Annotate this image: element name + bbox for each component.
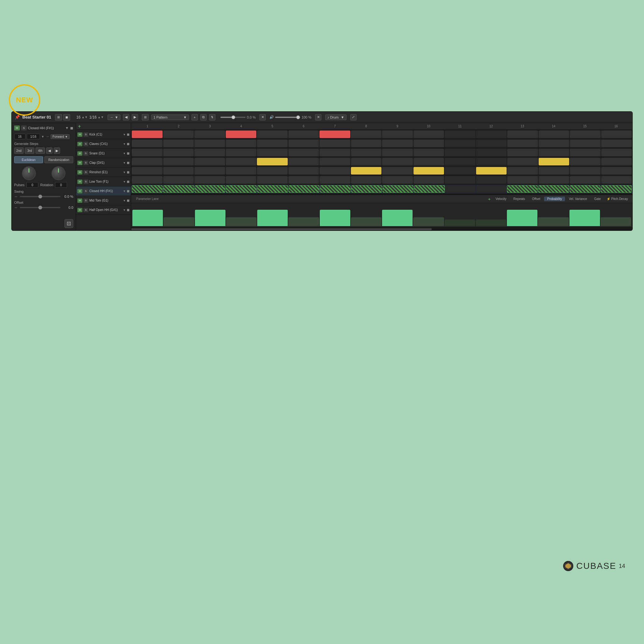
- kick-step-7[interactable]: [319, 130, 350, 138]
- direction-btn[interactable]: Forward ▼: [51, 134, 69, 139]
- closedhh-solo[interactable]: S: [83, 189, 88, 193]
- bottom-scrollbar[interactable]: [131, 227, 632, 230]
- kick-step-12[interactable]: [476, 130, 507, 138]
- master-vol-slider[interactable]: [275, 117, 300, 118]
- halfopenhh-audio-icon[interactable]: ◼: [127, 208, 130, 212]
- beat-4th-btn[interactable]: 4th: [36, 147, 45, 154]
- param-bar-14[interactable]: [538, 217, 569, 226]
- scrollbar-thumb[interactable]: [131, 228, 432, 230]
- beat-2nd-btn[interactable]: 2nd: [14, 147, 24, 154]
- add-pattern-btn[interactable]: +: [192, 114, 198, 120]
- kick-step-11[interactable]: [445, 130, 475, 138]
- steps-input[interactable]: [14, 134, 25, 139]
- dice-btn[interactable]: ⚄: [64, 219, 73, 228]
- midtom-solo[interactable]: S: [83, 198, 88, 203]
- param-bar-8[interactable]: [351, 217, 381, 226]
- rotation-input[interactable]: [55, 182, 67, 188]
- midtom-mute[interactable]: M: [77, 198, 82, 203]
- step-div-arrows[interactable]: ▲▼: [97, 115, 104, 119]
- lowtom-audio-icon[interactable]: ◼: [127, 180, 130, 184]
- rimshot-step-10[interactable]: [414, 167, 444, 175]
- repeats-tab[interactable]: Repeats: [510, 197, 528, 201]
- param-bar-1[interactable]: [132, 210, 163, 226]
- grid-view-btn[interactable]: ⊞: [142, 114, 149, 120]
- param-bar-10[interactable]: [413, 217, 444, 226]
- add-track-btn[interactable]: +: [78, 124, 81, 129]
- beat-next-btn[interactable]: ▶: [54, 147, 60, 154]
- pattern-dropdown[interactable]: 1 Pattern ▼: [151, 114, 189, 120]
- speaker-btn[interactable]: ◼: [63, 114, 70, 120]
- param-bar-12[interactable]: [476, 219, 506, 226]
- pitch-decay-tab[interactable]: ⚡ Pitch.Decay: [605, 197, 630, 201]
- claves-mute[interactable]: M: [77, 142, 82, 146]
- kick-step-3[interactable]: [194, 130, 225, 138]
- claves-step-1[interactable]: [132, 140, 163, 147]
- kick-step-5[interactable]: [257, 130, 288, 138]
- randomization-btn[interactable]: Randomization: [44, 156, 73, 163]
- param-add-btn[interactable]: +: [488, 197, 491, 202]
- lowtom-mute[interactable]: M: [77, 180, 82, 184]
- duplicate-pattern-btn[interactable]: ⧉: [200, 114, 207, 120]
- prev-btn[interactable]: ◀: [123, 114, 129, 120]
- vel-variance-tab[interactable]: Vel. Variance: [566, 197, 590, 201]
- param-bar-6[interactable]: [288, 217, 319, 226]
- kick-step-8[interactable]: [351, 130, 382, 138]
- solo-btn[interactable]: S: [21, 125, 27, 130]
- clap-solo[interactable]: S: [83, 161, 88, 165]
- step-count-arrows[interactable]: ▲▼: [81, 115, 88, 119]
- track-settings-icon[interactable]: ▼: [65, 126, 69, 130]
- x-btn[interactable]: ✕: [259, 114, 266, 120]
- kick-step-6[interactable]: [288, 130, 319, 138]
- snare-solo[interactable]: S: [83, 151, 88, 156]
- rimshot-mute[interactable]: M: [77, 170, 82, 175]
- volume-slider[interactable]: [220, 117, 246, 118]
- halfopenhh-dropdown[interactable]: ▼: [123, 208, 126, 212]
- kick-step-9[interactable]: [382, 130, 413, 138]
- closedhh-audio-icon[interactable]: ◼: [127, 189, 130, 193]
- snare-audio-icon[interactable]: ◼: [127, 151, 130, 155]
- kick-solo[interactable]: S: [83, 132, 88, 137]
- param-bar-9[interactable]: [382, 210, 413, 226]
- pulses-input[interactable]: [26, 182, 38, 188]
- closedhh-mute[interactable]: M: [77, 189, 82, 193]
- direction-dropdown[interactable]: → ▼: [108, 114, 120, 120]
- pulses-knob[interactable]: [22, 166, 36, 180]
- clap-dropdown[interactable]: ▼: [123, 161, 126, 164]
- param-bar-7[interactable]: [320, 210, 350, 226]
- param-bar-3[interactable]: [195, 210, 225, 226]
- x-btn2[interactable]: ✕: [315, 114, 321, 120]
- mode-dropdown[interactable]: ♪ Drum ▼: [325, 114, 346, 120]
- snare-mute[interactable]: M: [77, 151, 82, 156]
- lowtom-solo[interactable]: S: [83, 180, 88, 184]
- division-input[interactable]: [27, 134, 40, 139]
- rotation-knob[interactable]: [52, 166, 65, 180]
- rimshot-step-8[interactable]: [351, 167, 382, 175]
- param-bar-11[interactable]: [445, 219, 475, 226]
- clap-step-5[interactable]: [257, 158, 288, 165]
- kick-step-4[interactable]: [226, 130, 257, 138]
- rimshot-step-12[interactable]: [476, 167, 507, 175]
- param-bar-13[interactable]: [507, 210, 537, 226]
- param-bar-16[interactable]: [601, 217, 631, 226]
- chh-step-1[interactable]: [132, 185, 163, 193]
- clap-audio-icon[interactable]: ◼: [127, 161, 130, 165]
- rimshot-dropdown[interactable]: ▼: [123, 171, 126, 174]
- claves-audio-icon[interactable]: ◼: [127, 142, 130, 146]
- rimshot-solo[interactable]: S: [83, 170, 88, 175]
- rimshot-audio-icon[interactable]: ◼: [127, 170, 130, 174]
- gate-tab[interactable]: Gate: [591, 197, 604, 201]
- midtom-audio-icon[interactable]: ◼: [127, 198, 130, 203]
- clap-mute[interactable]: M: [77, 161, 82, 165]
- snare-dropdown[interactable]: ▼: [123, 152, 126, 155]
- lowtom-dropdown[interactable]: ▼: [123, 180, 126, 183]
- closedhh-dropdown[interactable]: ▼: [123, 190, 126, 193]
- next-btn[interactable]: ▶: [132, 114, 138, 120]
- claves-dropdown[interactable]: ▼: [123, 142, 126, 146]
- chain-btn[interactable]: ↯: [209, 114, 215, 120]
- halfopenhh-mute[interactable]: M: [77, 208, 82, 212]
- layout-btn[interactable]: ⊞: [55, 114, 62, 120]
- offset-slider[interactable]: [20, 207, 60, 208]
- beat-prev-btn[interactable]: ◀: [46, 147, 53, 154]
- swing-slider[interactable]: [20, 196, 60, 197]
- expand-btn[interactable]: ⤢: [350, 114, 357, 120]
